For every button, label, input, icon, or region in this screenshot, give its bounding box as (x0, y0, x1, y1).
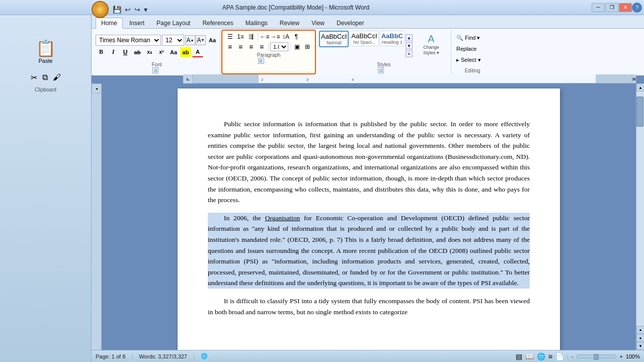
web-icon[interactable]: 🌐 (537, 352, 545, 360)
redo-quick-btn[interactable]: ↪ (133, 5, 141, 14)
tab-insert[interactable]: Insert (124, 18, 150, 28)
font-group: Times New Roman 12 A▲ A▼ Aa B I U ab (94, 30, 220, 74)
select-button[interactable]: ▸ Select ▾ (454, 55, 483, 65)
zoom-in-btn[interactable]: + (619, 353, 622, 359)
document-canvas[interactable]: Public sector information is information… (102, 83, 636, 350)
shading-button[interactable]: ▣ (292, 42, 302, 51)
tab-pagelayout[interactable]: Page Layout (151, 18, 196, 28)
find-button[interactable]: 🔍 Find ▾ (454, 33, 482, 43)
increase-indent-button[interactable]: →≡ (270, 32, 280, 41)
draft-icon[interactable]: 📄 (555, 352, 564, 360)
scroll-track[interactable] (636, 92, 644, 326)
align-left-button[interactable]: ≡ (225, 42, 235, 51)
style-heading1[interactable]: AaBbC Heading 1 (380, 31, 405, 46)
zoom-thumb[interactable] (594, 354, 599, 360)
paragraph-3: It is difficult to classify PSI into a t… (208, 296, 530, 317)
font-color-btn[interactable]: A (192, 47, 203, 57)
highlight-btn[interactable]: ab (180, 47, 191, 57)
styles-group: AaBbCcI Normal AaBbCcI No Spaci... AaBbC… (317, 30, 451, 74)
tab-review[interactable]: Review (274, 18, 305, 28)
styles-group-label: Styles ⊡ (377, 62, 390, 73)
layout-icon[interactable]: ▤ (516, 352, 522, 360)
change-styles-button[interactable]: A ChangeStyles ▾ (414, 31, 449, 58)
ruler-resize[interactable]: ⊞ (632, 74, 636, 83)
ruler-corner-btn[interactable]: ⊾ (183, 74, 193, 83)
change-styles-icon: A (428, 33, 434, 45)
restore-button[interactable]: ❐ (605, 3, 618, 12)
styles-scroll-down[interactable]: ▼ (406, 42, 413, 49)
align-right-button[interactable]: ≡ (246, 42, 256, 51)
style-no-spacing[interactable]: AaBbCcI No Spaci... (350, 31, 378, 46)
case-button[interactable]: Aa (168, 47, 179, 57)
scroll-thumb[interactable] (636, 97, 643, 127)
help-button[interactable]: ? (632, 3, 642, 13)
tab-mailings[interactable]: Mailings (240, 18, 273, 28)
left-scroll: ◂ (92, 83, 102, 350)
show-marks-button[interactable]: ¶ (291, 32, 301, 41)
sort-button[interactable]: ↕A (281, 32, 291, 41)
decrease-indent-button[interactable]: ←≡ (260, 32, 270, 41)
cut-icon[interactable]: ✂ (29, 71, 39, 84)
line-spacing-select[interactable]: 1.01.52.0 (270, 42, 288, 51)
font-family-select[interactable]: Times New Roman (96, 35, 161, 46)
tab-references[interactable]: References (197, 18, 238, 28)
clear-format-btn[interactable]: Aa (207, 35, 218, 45)
scroll-up-btn[interactable]: ▲ (636, 83, 644, 92)
style-normal[interactable]: AaBbCcI Normal (319, 31, 349, 47)
ribbon-body: Times New Roman 12 A▲ A▼ Aa B I U ab (92, 28, 644, 75)
justify-button[interactable]: ≡ (257, 42, 267, 51)
styles-scroll-up[interactable]: ▲ (406, 34, 413, 41)
status-divider3: | (567, 353, 569, 359)
minimize-button[interactable]: ─ (592, 3, 605, 12)
font-shrink-btn[interactable]: A▼ (196, 35, 206, 45)
qa-dropdown-btn[interactable]: ▾ (143, 5, 148, 14)
strikethrough-button[interactable]: ab (132, 47, 143, 57)
align-center-button[interactable]: ≡ (235, 42, 246, 51)
bullets-button[interactable]: ☰ (225, 32, 235, 41)
word-count: Words: 3,327/3,327 (139, 353, 187, 359)
scroll-down-btn[interactable]: ▼ (636, 342, 644, 350)
numbering-button[interactable]: 1≡ (235, 32, 246, 41)
bold-button[interactable]: B (96, 47, 107, 57)
multilevel-button[interactable]: ⇶ (246, 32, 256, 41)
zoom-percent[interactable]: 100% (626, 353, 640, 359)
paragraph-1: Public sector information is information… (208, 119, 530, 206)
doc-left-btn[interactable]: ◂ (92, 83, 102, 94)
window-title: APA Sample.doc [Compatibility Mode] - Mi… (0, 4, 592, 11)
paragraph-2: In 2006, the Organisation for Economic C… (208, 213, 530, 289)
tab-home[interactable]: Home (96, 18, 123, 29)
clipboard-label: Clipboard (35, 87, 56, 93)
format-painter-icon[interactable]: 🖌 (51, 71, 62, 84)
zoom-out-btn[interactable]: - (572, 353, 574, 359)
ribbon: Home Insert Page Layout References Maili… (92, 15, 644, 75)
document-page: Public sector information is information… (178, 88, 560, 350)
page-indicator: Page: 1 of 8 (96, 353, 125, 359)
organisation-text: Organisation (265, 214, 300, 222)
font-grow-btn[interactable]: A▲ (185, 35, 195, 45)
save-quick-btn[interactable]: 💾 (112, 5, 122, 14)
tab-developer[interactable]: Developer (331, 18, 370, 28)
font-size-select[interactable]: 12 (162, 35, 184, 46)
scroll-middle-btn1[interactable]: ● (636, 326, 644, 334)
copy-icon[interactable]: ⧉ (41, 71, 49, 84)
scroll-middle-btn2[interactable]: ● (636, 334, 644, 342)
styles-more[interactable]: ≡ (406, 50, 413, 57)
undo-quick-btn[interactable]: ↩ (124, 5, 132, 14)
italic-button[interactable]: I (108, 47, 119, 57)
styles-group-expand[interactable]: ⊡ (378, 67, 384, 73)
border-button[interactable]: ⊞ (302, 42, 312, 51)
outline-icon[interactable]: ≡ (548, 352, 552, 360)
font-group-expand[interactable]: ⊡ (152, 67, 158, 73)
close-button[interactable]: ✕ (619, 3, 632, 12)
superscript-button[interactable]: x² (156, 47, 167, 57)
paste-button[interactable]: 📋 Paste (31, 35, 60, 67)
tab-view[interactable]: View (306, 18, 330, 28)
para-group-expand[interactable]: ⊡ (258, 58, 264, 64)
replace-button[interactable]: Replace (454, 44, 478, 54)
ruler-gray-left (193, 74, 259, 83)
zoom-slider[interactable] (576, 354, 616, 358)
office-button[interactable] (92, 1, 109, 18)
subscript-button[interactable]: x₂ (144, 47, 155, 57)
reading-icon[interactable]: 📖 (525, 352, 534, 360)
underline-button[interactable]: U (120, 47, 131, 57)
